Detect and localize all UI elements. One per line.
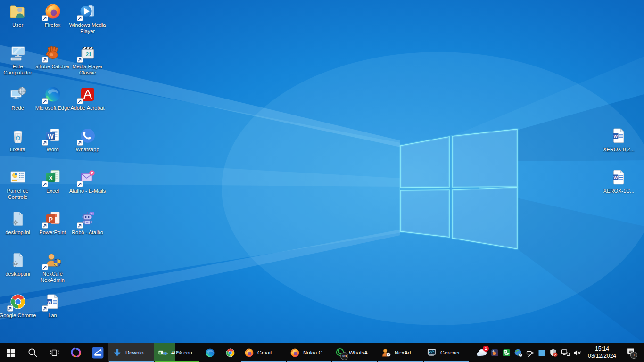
taskbar-button-copy-progress-window[interactable]: 40% con... (154, 343, 200, 362)
copilot-button[interactable] (65, 343, 87, 362)
taskbar-button-firefox-nokia[interactable]: Nokia C... (286, 343, 332, 362)
desktop-icon-label: Lixeira (0, 147, 36, 153)
show-desktop-button[interactable] (641, 343, 644, 362)
desktop-icon-word[interactable]: WWord (35, 125, 70, 167)
tray-cloud-icon[interactable]: 1 (474, 343, 489, 362)
desktop-icon-label: desktop.ini (0, 271, 36, 277)
taskbar-system-buttons (0, 343, 108, 362)
word-file-icon: W (610, 168, 628, 187)
scan-app-button[interactable] (87, 343, 108, 362)
shortcut-arrow-icon (42, 98, 48, 104)
taskbar-button-downloads-window[interactable]: Downlo... (108, 343, 154, 362)
wmp-icon (78, 2, 97, 21)
desktop-icon-lixeira[interactable]: Lixeira (0, 125, 35, 167)
word-file-icon: W (43, 292, 62, 311)
desktop-icon-painel-de-controle[interactable]: Painel de Controle (0, 167, 35, 208)
tray-antivirus-icon[interactable] (501, 343, 512, 362)
shortcut-arrow-icon (42, 264, 48, 270)
desktop-icon-windows-media-player[interactable]: Windows Media Player (70, 1, 105, 42)
tray-network-ethernet-icon[interactable] (560, 343, 571, 362)
desktop-icon-xerox-1c[interactable]: WXEROX-1C... (601, 167, 636, 208)
tray-badge: 1 (483, 346, 489, 352)
desktop-icon-label: PowerPoint (34, 230, 71, 236)
tray-security-alert-icon[interactable] (548, 343, 560, 362)
search-icon (27, 347, 38, 358)
action-center-badge: 1 (630, 352, 637, 359)
shortcut-arrow-icon (42, 15, 48, 21)
desktop-icon-label: NexCafé NexAdmin (34, 271, 71, 283)
system-tray: 1 15:14 03/12/2024 1 (474, 343, 644, 362)
desktop-icon-label: Rede (0, 105, 36, 111)
taskbar-button-label: Nokia C... (303, 350, 327, 355)
tray-safely-remove-icon[interactable] (524, 343, 536, 362)
tray-icons: 1 (474, 343, 583, 362)
desktop-icon-whatsapp[interactable]: Whatsapp (70, 125, 105, 167)
edge-small-icon (205, 347, 215, 358)
desktop-icon-label: Painel de Controle (0, 188, 36, 200)
taskbar-button-label: WhatsA... (349, 350, 372, 355)
desktop-icon-user[interactable]: User (0, 1, 35, 42)
desktop-icon-atube-catcher[interactable]: aTube Catcher (35, 42, 70, 84)
shortcut-arrow-icon (42, 305, 48, 312)
desktop-icon-este-computador[interactable]: Este Computador (0, 42, 35, 84)
task-view-button[interactable] (43, 343, 65, 362)
whatsapp-icon (78, 126, 97, 145)
taskbar-button-nexadmin[interactable]: NexAd... (378, 343, 423, 362)
desktop-icon-firefox[interactable]: Firefox (35, 1, 70, 42)
desktop-icon-label: Word (34, 147, 71, 153)
acrobat-icon (78, 85, 97, 104)
desktop-icon-rob-atalho[interactable]: Robô - Atalho (70, 208, 105, 250)
word-file-icon: W (610, 126, 628, 145)
monitor-chart-icon (427, 347, 438, 358)
desktop-icon-label: Este Computador (0, 64, 36, 76)
taskbar-button-whatsapp[interactable]: 28WhatsA... (332, 343, 378, 362)
shortcut-arrow-icon (42, 181, 48, 187)
control-panel-icon (8, 168, 27, 187)
shortcut-arrow-icon (77, 15, 83, 21)
desktop-icon-nexcaf-nexadmin[interactable]: NexCafé NexAdmin (35, 250, 70, 291)
robot-icon (78, 209, 97, 228)
desktop-icon-atalho-e-mails[interactable]: Atalho - E-Mails (70, 167, 105, 208)
clock-time: 15:14 (583, 346, 621, 353)
taskbar-button-task-manager[interactable]: Gerenci... (423, 343, 469, 362)
tray-volume-muted-icon[interactable] (571, 343, 583, 362)
taskbar-button-label: Gerenci... (440, 350, 464, 355)
desktop-icon-label: desktop.ini (0, 230, 36, 236)
tray-blue-app-icon[interactable] (536, 343, 548, 362)
ini-file-icon (8, 209, 27, 228)
start-button[interactable] (0, 343, 22, 362)
desktop-icon-label: Firefox (34, 22, 71, 28)
svg-text:W: W (48, 133, 54, 140)
taskbar-button-chrome-browser[interactable] (220, 343, 240, 362)
taskbar-badge: 28 (340, 352, 348, 360)
taskbar-button-label: 40% con... (171, 350, 197, 355)
windows-desktop: UserEste ComputadorRedeLixeiraPainel de … (0, 0, 644, 362)
desktop-icon-rede[interactable]: Rede (0, 84, 35, 125)
desktop-icon-powerpoint[interactable]: PPowerPoint (35, 208, 70, 250)
firefox-small-icon (289, 347, 300, 358)
desktop-icon-media-player-classic[interactable]: 21Media Player Classic (70, 42, 105, 84)
action-center-button[interactable]: 1 (621, 343, 641, 362)
win-start-icon (5, 347, 17, 358)
taskbar-clock[interactable]: 15:14 03/12/2024 (583, 343, 621, 362)
taskbar-button-edge-browser[interactable] (200, 343, 220, 362)
tray-internet-app-icon[interactable] (512, 343, 524, 362)
taskbar-button-firefox-gmail[interactable]: Gmail ... (240, 343, 286, 362)
desktop-icon-desktop-ini[interactable]: desktop.ini (0, 208, 35, 250)
shortcut-arrow-icon (77, 222, 83, 229)
desktop-icon-google-chrome[interactable]: Google Chrome (0, 291, 35, 333)
desktop-icon-desktop-ini[interactable]: desktop.ini (0, 250, 35, 291)
desktop-icon-microsoft-edge[interactable]: Microsoft Edge (35, 84, 70, 125)
desktop-icon-excel[interactable]: XExcel (35, 167, 70, 208)
desktop-icon-label: aTube Catcher (34, 64, 71, 70)
task-view-icon (49, 347, 60, 358)
taskbar: Downlo...40% con...Gmail ...Nokia C...28… (0, 343, 644, 362)
desktop-icon-xerox-0-2[interactable]: WXEROX-0,2... (601, 125, 636, 167)
word-icon: W (43, 126, 62, 145)
search-button[interactable] (22, 343, 43, 362)
desktop-icon-lan[interactable]: WLan (35, 291, 70, 333)
shortcut-arrow-icon (42, 140, 48, 146)
tray-photos-app-icon[interactable] (489, 343, 501, 362)
user-folder-icon (8, 2, 27, 21)
desktop-icon-adobe-acrobat[interactable]: Adobe Acrobat (70, 84, 105, 125)
